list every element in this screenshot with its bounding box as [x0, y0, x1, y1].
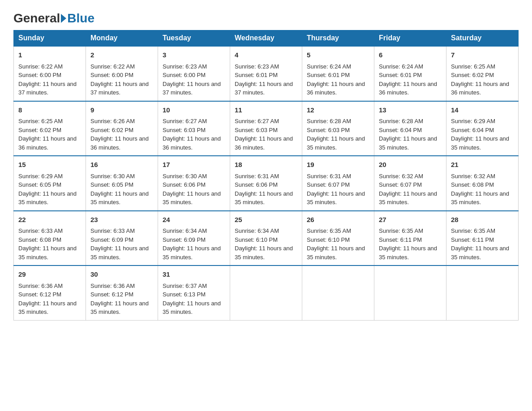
calendar-cell: 8Sunrise: 6:25 AMSunset: 6:02 PMDaylight…	[14, 101, 86, 156]
sunset-label: Sunset: 6:01 PM	[379, 72, 422, 78]
day-number: 24	[163, 215, 225, 225]
day-number: 15	[18, 160, 81, 170]
calendar-cell: 15Sunrise: 6:29 AMSunset: 6:05 PMDayligh…	[14, 156, 86, 211]
sunset-label: Sunset: 6:09 PM	[90, 236, 133, 243]
sunset-label: Sunset: 6:04 PM	[451, 127, 494, 133]
calendar-cell	[446, 265, 519, 320]
daylight-label: Daylight: 11 hours and 35 minutes.	[307, 135, 365, 151]
sunrise-label: Sunrise: 6:34 AM	[235, 227, 279, 234]
sunrise-label: Sunrise: 6:36 AM	[90, 283, 135, 289]
calendar-cell: 14Sunrise: 6:29 AMSunset: 6:04 PMDayligh…	[446, 101, 519, 156]
calendar-cell: 24Sunrise: 6:34 AMSunset: 6:09 PMDayligh…	[158, 211, 230, 266]
calendar-cell: 27Sunrise: 6:35 AMSunset: 6:11 PMDayligh…	[374, 211, 446, 266]
daylight-label: Daylight: 11 hours and 35 minutes.	[451, 245, 509, 261]
day-number: 23	[90, 215, 153, 225]
sunset-label: Sunset: 6:03 PM	[307, 127, 350, 133]
calendar-cell: 3Sunrise: 6:23 AMSunset: 6:00 PMDaylight…	[158, 46, 230, 101]
page-header: General Blue	[13, 9, 519, 26]
day-number: 2	[90, 50, 153, 60]
calendar-cell: 6Sunrise: 6:24 AMSunset: 6:01 PMDaylight…	[374, 46, 446, 101]
calendar-cell: 28Sunrise: 6:35 AMSunset: 6:11 PMDayligh…	[446, 211, 519, 266]
day-number: 19	[307, 160, 369, 170]
calendar-cell: 23Sunrise: 6:33 AMSunset: 6:09 PMDayligh…	[86, 211, 158, 266]
day-number: 31	[163, 270, 225, 280]
calendar-week-row: 8Sunrise: 6:25 AMSunset: 6:02 PMDaylight…	[14, 101, 519, 156]
sunrise-label: Sunrise: 6:27 AM	[163, 118, 207, 124]
calendar-cell: 31Sunrise: 6:37 AMSunset: 6:13 PMDayligh…	[158, 265, 230, 320]
daylight-label: Daylight: 11 hours and 35 minutes.	[163, 245, 221, 261]
daylight-label: Daylight: 11 hours and 35 minutes.	[451, 190, 509, 206]
calendar-header-row: SundayMondayTuesdayWednesdayThursdayFrid…	[14, 30, 519, 47]
sunrise-label: Sunrise: 6:26 AM	[90, 118, 135, 124]
day-number: 3	[163, 50, 225, 60]
sunset-label: Sunset: 6:02 PM	[90, 127, 133, 133]
sunset-label: Sunset: 6:11 PM	[379, 236, 422, 243]
sunset-label: Sunset: 6:08 PM	[18, 236, 61, 243]
logo: General Blue	[13, 9, 94, 26]
sunrise-label: Sunrise: 6:22 AM	[90, 63, 135, 70]
daylight-label: Daylight: 11 hours and 36 minutes.	[379, 81, 437, 96]
sunset-label: Sunset: 6:04 PM	[379, 127, 422, 133]
calendar-cell: 13Sunrise: 6:28 AMSunset: 6:04 PMDayligh…	[374, 101, 446, 156]
calendar-week-row: 22Sunrise: 6:33 AMSunset: 6:08 PMDayligh…	[14, 211, 519, 266]
logo-text: General Blue	[13, 11, 94, 26]
day-number: 30	[90, 270, 153, 280]
day-number: 18	[235, 160, 297, 170]
day-number: 14	[451, 105, 514, 116]
sunrise-label: Sunrise: 6:35 AM	[379, 227, 423, 234]
day-number: 26	[307, 215, 369, 225]
daylight-label: Daylight: 11 hours and 36 minutes.	[451, 81, 509, 96]
daylight-label: Daylight: 11 hours and 35 minutes.	[18, 300, 77, 316]
sunrise-label: Sunrise: 6:33 AM	[18, 227, 63, 234]
calendar-header-friday: Friday	[374, 30, 446, 47]
sunrise-label: Sunrise: 6:25 AM	[18, 118, 63, 124]
sunrise-label: Sunrise: 6:32 AM	[451, 173, 495, 180]
logo-general: General	[13, 11, 60, 26]
calendar-cell: 26Sunrise: 6:35 AMSunset: 6:10 PMDayligh…	[302, 211, 374, 266]
day-number: 6	[379, 50, 442, 60]
calendar-cell	[302, 265, 374, 320]
day-number: 10	[163, 105, 225, 116]
day-number: 4	[235, 50, 297, 60]
sunrise-label: Sunrise: 6:34 AM	[163, 227, 207, 234]
daylight-label: Daylight: 11 hours and 36 minutes.	[163, 135, 221, 151]
daylight-label: Daylight: 11 hours and 35 minutes.	[163, 300, 221, 316]
sunset-label: Sunset: 6:13 PM	[163, 291, 206, 298]
calendar-cell: 16Sunrise: 6:30 AMSunset: 6:05 PMDayligh…	[86, 156, 158, 211]
daylight-label: Daylight: 11 hours and 36 minutes.	[90, 135, 149, 151]
sunset-label: Sunset: 6:00 PM	[18, 72, 61, 78]
calendar-cell: 29Sunrise: 6:36 AMSunset: 6:12 PMDayligh…	[14, 265, 86, 320]
sunset-label: Sunset: 6:10 PM	[235, 236, 278, 243]
calendar-cell: 5Sunrise: 6:24 AMSunset: 6:01 PMDaylight…	[302, 46, 374, 101]
sunset-label: Sunset: 6:10 PM	[307, 236, 350, 243]
day-number: 8	[18, 105, 81, 116]
sunrise-label: Sunrise: 6:31 AM	[307, 173, 351, 180]
sunset-label: Sunset: 6:12 PM	[18, 291, 61, 298]
calendar-cell: 4Sunrise: 6:23 AMSunset: 6:01 PMDaylight…	[230, 46, 302, 101]
calendar-header-saturday: Saturday	[446, 30, 519, 47]
calendar-cell: 11Sunrise: 6:27 AMSunset: 6:03 PMDayligh…	[230, 101, 302, 156]
daylight-label: Daylight: 11 hours and 35 minutes.	[307, 190, 365, 206]
calendar-cell: 18Sunrise: 6:31 AMSunset: 6:06 PMDayligh…	[230, 156, 302, 211]
calendar-cell: 2Sunrise: 6:22 AMSunset: 6:00 PMDaylight…	[86, 46, 158, 101]
calendar-cell: 25Sunrise: 6:34 AMSunset: 6:10 PMDayligh…	[230, 211, 302, 266]
sunset-label: Sunset: 6:06 PM	[235, 181, 278, 188]
sunset-label: Sunset: 6:05 PM	[18, 181, 61, 188]
day-number: 5	[307, 50, 369, 60]
sunrise-label: Sunrise: 6:35 AM	[451, 227, 495, 234]
calendar-table: SundayMondayTuesdayWednesdayThursdayFrid…	[13, 30, 519, 321]
day-number: 16	[90, 160, 153, 170]
calendar-cell: 19Sunrise: 6:31 AMSunset: 6:07 PMDayligh…	[302, 156, 374, 211]
sunset-label: Sunset: 6:02 PM	[451, 72, 494, 78]
calendar-week-row: 1Sunrise: 6:22 AMSunset: 6:00 PMDaylight…	[14, 46, 519, 101]
day-number: 12	[307, 105, 369, 116]
day-number: 11	[235, 105, 297, 116]
day-number: 27	[379, 215, 442, 225]
calendar-cell: 30Sunrise: 6:36 AMSunset: 6:12 PMDayligh…	[86, 265, 158, 320]
sunset-label: Sunset: 6:00 PM	[90, 72, 133, 78]
daylight-label: Daylight: 11 hours and 36 minutes.	[307, 81, 365, 96]
daylight-label: Daylight: 11 hours and 35 minutes.	[379, 190, 437, 206]
daylight-label: Daylight: 11 hours and 35 minutes.	[90, 245, 149, 261]
daylight-label: Daylight: 11 hours and 35 minutes.	[18, 190, 77, 206]
sunrise-label: Sunrise: 6:29 AM	[451, 118, 495, 124]
